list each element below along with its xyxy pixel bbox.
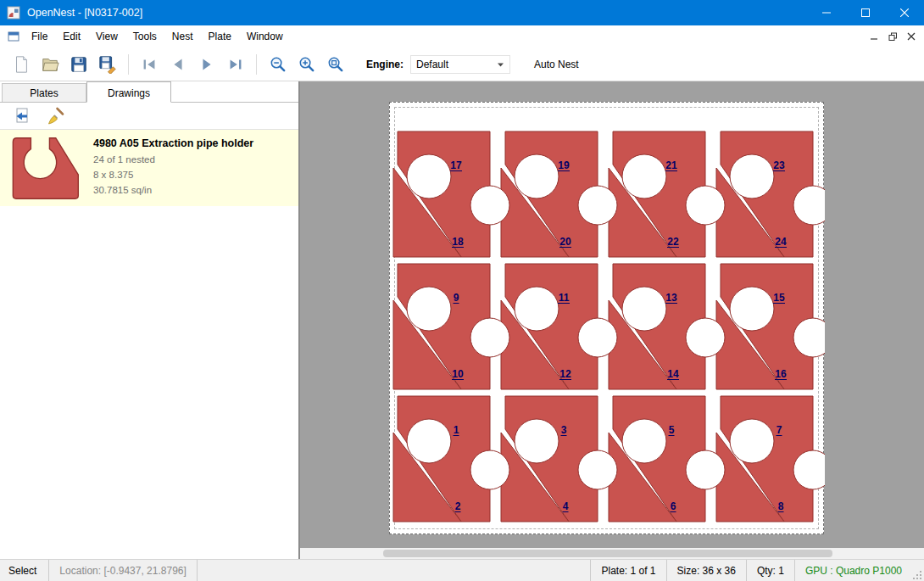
pipe-notch-circle bbox=[515, 287, 559, 331]
pipe-notch-circle bbox=[578, 186, 617, 225]
maximize-icon bbox=[861, 8, 870, 17]
zoom-in-button[interactable] bbox=[292, 51, 320, 78]
save-as-button[interactable] bbox=[93, 51, 122, 78]
horizontal-scrollbar[interactable] bbox=[300, 548, 924, 559]
menu-item-plate[interactable]: Plate bbox=[201, 26, 239, 47]
drawings-toolbar bbox=[0, 103, 298, 130]
engine-select[interactable]: Default bbox=[410, 55, 510, 74]
new-nest-button[interactable] bbox=[7, 51, 36, 78]
part-number-label: 22 bbox=[667, 236, 679, 248]
part-number-label: 12 bbox=[559, 368, 571, 380]
status-plate: Plate: 1 of 1 bbox=[590, 560, 665, 581]
nest-plate: 171819202122232491011121314151612345678 bbox=[389, 102, 824, 534]
menu-item-view[interactable]: View bbox=[88, 26, 125, 47]
part-number-label: 14 bbox=[667, 368, 679, 380]
zoom-out-button[interactable] bbox=[263, 51, 292, 78]
nest-canvas[interactable]: 171819202122232491011121314151612345678 bbox=[300, 81, 924, 559]
save-icon bbox=[70, 55, 88, 74]
nest-parts-svg: 171819202122232491011121314151612345678 bbox=[390, 103, 825, 535]
toolbar-separator bbox=[128, 54, 129, 75]
app-logo-icon bbox=[7, 6, 20, 20]
pipe-notch-circle bbox=[470, 450, 509, 489]
grip-dots-icon bbox=[913, 570, 922, 579]
drawing-dimensions: 8 x 8.375 bbox=[93, 168, 253, 183]
previous-arrow-icon bbox=[169, 55, 187, 74]
status-separator bbox=[197, 560, 198, 581]
assign-to-plate-button[interactable] bbox=[7, 105, 32, 127]
auto-nest-button[interactable]: Auto Nest bbox=[529, 55, 584, 74]
part-number-label: 21 bbox=[665, 159, 677, 171]
first-arrow-icon bbox=[140, 55, 159, 74]
previous-plate-button[interactable] bbox=[164, 51, 192, 78]
sidebar-tabs: Plates Drawings bbox=[0, 81, 298, 103]
window-title: OpenNest - [N0317-002] bbox=[27, 7, 142, 19]
part-number-label: 18 bbox=[452, 236, 464, 248]
zoom-fit-button[interactable] bbox=[320, 51, 349, 78]
pipe-notch-circle bbox=[407, 154, 451, 198]
pipe-notch-circle bbox=[578, 450, 617, 489]
part-number-label: 3 bbox=[561, 424, 567, 436]
open-folder-icon bbox=[41, 55, 59, 74]
save-button[interactable] bbox=[64, 51, 93, 78]
mdi-restore-button[interactable] bbox=[883, 28, 902, 45]
pipe-notch-circle bbox=[407, 419, 451, 463]
mdi-close-icon bbox=[907, 32, 916, 41]
status-gpu: GPU : Quadro P1000 bbox=[794, 560, 912, 581]
engine-selected-value: Default bbox=[416, 59, 448, 70]
pipe-notch-circle bbox=[686, 318, 725, 357]
mdi-restore-icon bbox=[888, 32, 898, 42]
maximize-button[interactable] bbox=[846, 0, 885, 25]
part-number-label: 15 bbox=[773, 292, 785, 304]
zoom-in-icon bbox=[297, 54, 316, 74]
first-plate-button[interactable] bbox=[135, 51, 164, 78]
zoom-out-icon bbox=[268, 54, 287, 74]
part-number-label: 8 bbox=[778, 500, 784, 512]
pipe-notch-circle bbox=[515, 154, 559, 198]
menu-item-edit[interactable]: Edit bbox=[55, 26, 88, 47]
tab-drawings[interactable]: Drawings bbox=[86, 81, 171, 103]
part-number-label: 4 bbox=[563, 500, 569, 512]
mdi-close-button[interactable] bbox=[902, 28, 921, 45]
pipe-notch-circle bbox=[730, 287, 774, 331]
menu-item-file[interactable]: File bbox=[24, 26, 55, 47]
mdi-minimize-button[interactable] bbox=[865, 28, 883, 45]
last-plate-button[interactable] bbox=[221, 51, 250, 78]
resize-grip[interactable] bbox=[912, 560, 924, 581]
engine-label: Engine: bbox=[366, 59, 404, 70]
mdi-minimize-icon bbox=[870, 32, 878, 41]
menu-item-nest[interactable]: Nest bbox=[164, 26, 201, 47]
part-number-label: 1 bbox=[454, 424, 459, 436]
chevron-down-icon bbox=[497, 61, 504, 68]
part-thumbnail bbox=[7, 136, 81, 201]
close-icon bbox=[900, 8, 909, 17]
part-number-label: 2 bbox=[455, 500, 461, 512]
minimize-icon bbox=[822, 8, 831, 17]
clear-button[interactable] bbox=[42, 105, 68, 127]
drawing-list-item[interactable]: 4980 A05 Extraction pipe holder 24 of 1 … bbox=[0, 130, 298, 206]
pipe-notch-circle bbox=[515, 419, 559, 463]
pipe-notch-circle bbox=[578, 318, 617, 357]
part-number-label: 24 bbox=[775, 236, 787, 248]
minimize-button[interactable] bbox=[807, 0, 846, 25]
menu-item-tools[interactable]: Tools bbox=[125, 26, 164, 47]
pipe-notch-circle bbox=[730, 419, 774, 463]
drawing-nested-count: 24 of 1 nested bbox=[93, 153, 253, 168]
status-location: Location: [-0.9437, 21.8796] bbox=[49, 560, 196, 581]
status-right-group: Plate: 1 of 1 Size: 36 x 36 Qty: 1 GPU :… bbox=[590, 560, 924, 581]
drawing-title: 4980 A05 Extraction pipe holder bbox=[93, 137, 253, 149]
main-toolbar: Engine: Default Auto Nest bbox=[0, 47, 924, 81]
horizontal-scrollbar-thumb[interactable] bbox=[383, 550, 832, 557]
next-plate-button[interactable] bbox=[192, 51, 221, 78]
mdi-child-icon bbox=[7, 30, 20, 43]
pipe-notch-circle bbox=[622, 287, 666, 331]
pipe-notch-circle bbox=[470, 318, 509, 357]
part-number-label: 9 bbox=[454, 292, 459, 304]
next-arrow-icon bbox=[198, 55, 216, 74]
menu-item-window[interactable]: Window bbox=[239, 26, 291, 47]
close-button[interactable] bbox=[885, 0, 924, 25]
tab-plates[interactable]: Plates bbox=[2, 83, 86, 102]
part-number-label: 16 bbox=[775, 368, 787, 380]
part-number-label: 11 bbox=[559, 292, 570, 304]
pipe-notch-circle bbox=[686, 450, 725, 489]
open-button[interactable] bbox=[36, 51, 64, 78]
